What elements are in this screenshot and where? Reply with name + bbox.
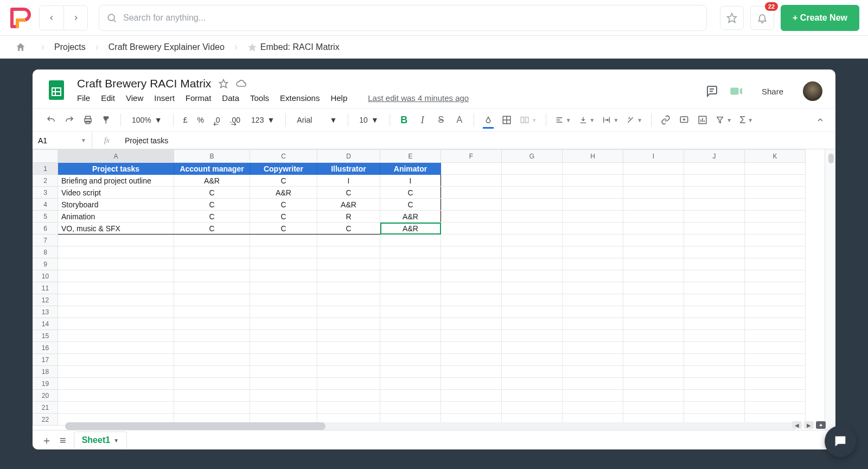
cell[interactable] xyxy=(623,306,684,318)
cell[interactable] xyxy=(250,354,317,366)
row-header[interactable]: 7 xyxy=(33,234,58,246)
cell[interactable] xyxy=(250,234,317,246)
cell[interactable] xyxy=(745,342,806,354)
cell[interactable] xyxy=(563,211,623,223)
cell[interactable] xyxy=(563,366,623,378)
star-icon[interactable] xyxy=(247,42,257,52)
cell[interactable] xyxy=(317,258,380,270)
cell[interactable] xyxy=(174,234,250,246)
zoom-dropdown[interactable]: 100%▼ xyxy=(127,116,167,124)
cell[interactable]: I xyxy=(317,175,380,187)
cell[interactable]: C xyxy=(380,199,441,211)
cell[interactable] xyxy=(563,390,623,402)
menu-help[interactable]: Help xyxy=(330,93,347,103)
cell[interactable] xyxy=(684,258,745,270)
cell[interactable] xyxy=(684,306,745,318)
cell[interactable] xyxy=(174,330,250,342)
cell[interactable] xyxy=(174,366,250,378)
cell[interactable] xyxy=(502,330,563,342)
cell[interactable] xyxy=(441,294,502,306)
row-header[interactable]: 12 xyxy=(33,294,58,306)
cell[interactable] xyxy=(250,318,317,330)
cell[interactable] xyxy=(174,270,250,282)
cell[interactable] xyxy=(174,294,250,306)
last-edit-link[interactable]: Last edit was 4 minutes ago xyxy=(368,93,469,103)
cell[interactable] xyxy=(502,258,563,270)
collapse-toolbar-icon[interactable] xyxy=(816,116,825,124)
cell[interactable] xyxy=(174,306,250,318)
cell[interactable] xyxy=(441,378,502,390)
comment-add-icon[interactable] xyxy=(676,112,692,128)
cell[interactable] xyxy=(58,234,174,246)
cell[interactable] xyxy=(623,199,684,211)
cell[interactable] xyxy=(684,163,745,175)
row-header[interactable]: 1 xyxy=(33,163,58,175)
dec-increase-button[interactable]: .00 xyxy=(227,116,244,124)
row-header[interactable]: 17 xyxy=(33,354,58,366)
col-header[interactable]: H xyxy=(563,150,623,163)
cell[interactable]: Storyboard xyxy=(58,199,174,211)
cell[interactable] xyxy=(623,354,684,366)
cell[interactable]: Account manager xyxy=(174,163,250,175)
crumb-project-name[interactable]: Craft Brewery Explainer Video xyxy=(108,42,225,52)
cell[interactable] xyxy=(317,378,380,390)
cell[interactable] xyxy=(502,282,563,294)
cell[interactable] xyxy=(441,211,502,223)
row-header[interactable]: 22 xyxy=(33,414,58,426)
row-header[interactable]: 13 xyxy=(33,306,58,318)
cell[interactable] xyxy=(563,342,623,354)
cell[interactable] xyxy=(441,282,502,294)
cell[interactable] xyxy=(563,246,623,258)
text-color-button[interactable]: A xyxy=(452,112,467,128)
undo-icon[interactable] xyxy=(43,112,59,128)
cell[interactable] xyxy=(745,378,806,390)
col-header[interactable]: I xyxy=(623,150,684,163)
cell[interactable] xyxy=(623,366,684,378)
cell[interactable] xyxy=(745,294,806,306)
cell[interactable]: C xyxy=(174,199,250,211)
cell[interactable] xyxy=(563,163,623,175)
print-icon[interactable] xyxy=(80,112,95,128)
cell[interactable] xyxy=(58,282,174,294)
menu-insert[interactable]: Insert xyxy=(154,93,175,103)
cell[interactable]: Briefing and project outline xyxy=(58,175,174,187)
cell[interactable] xyxy=(745,318,806,330)
cell[interactable] xyxy=(684,223,745,234)
col-header[interactable]: E xyxy=(380,150,441,163)
favorite-button[interactable] xyxy=(720,6,744,30)
bold-button[interactable]: B xyxy=(397,112,412,128)
cell[interactable] xyxy=(441,234,502,246)
cell[interactable] xyxy=(684,378,745,390)
cell[interactable] xyxy=(250,294,317,306)
cell[interactable] xyxy=(502,199,563,211)
cell[interactable] xyxy=(563,234,623,246)
cell[interactable] xyxy=(623,342,684,354)
row-header[interactable]: 15 xyxy=(33,330,58,342)
cell[interactable] xyxy=(745,187,806,199)
cell[interactable] xyxy=(563,175,623,187)
cell[interactable] xyxy=(684,330,745,342)
cell[interactable] xyxy=(684,234,745,246)
cell[interactable] xyxy=(563,354,623,366)
cell[interactable]: C xyxy=(317,223,380,234)
cell[interactable] xyxy=(745,258,806,270)
cell[interactable] xyxy=(380,306,441,318)
cell[interactable] xyxy=(174,318,250,330)
cell[interactable] xyxy=(441,318,502,330)
cell[interactable] xyxy=(502,187,563,199)
explore-icon[interactable]: ✦ xyxy=(816,421,826,429)
cell[interactable] xyxy=(250,402,317,414)
cell[interactable] xyxy=(250,258,317,270)
cell[interactable]: Project tasks xyxy=(58,163,174,175)
cell[interactable]: I xyxy=(380,175,441,187)
cell[interactable] xyxy=(623,282,684,294)
cell[interactable] xyxy=(380,342,441,354)
cell[interactable] xyxy=(380,282,441,294)
cell[interactable] xyxy=(174,354,250,366)
cell[interactable] xyxy=(745,354,806,366)
cell[interactable] xyxy=(441,163,502,175)
cell[interactable] xyxy=(623,175,684,187)
cell[interactable] xyxy=(623,163,684,175)
dec-decrease-button[interactable]: .0 xyxy=(210,116,224,124)
cell[interactable] xyxy=(745,282,806,294)
